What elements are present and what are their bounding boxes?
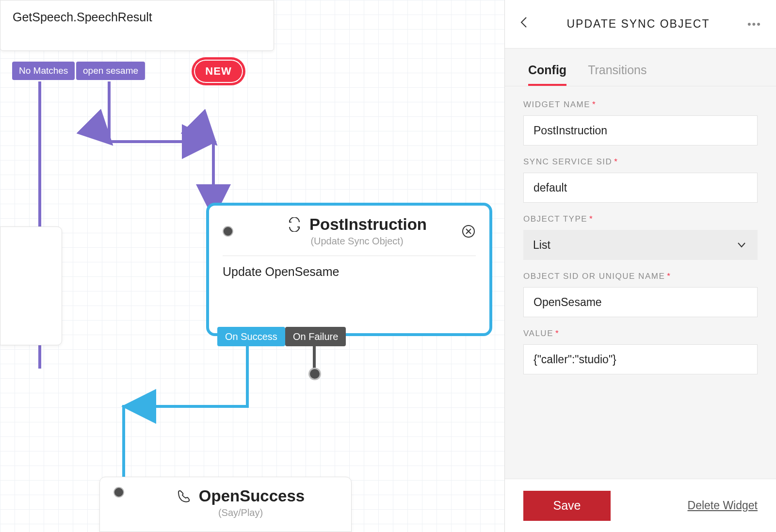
- input-sync-service-sid[interactable]: [523, 173, 758, 203]
- widget-body-text: Update OpenSesame: [209, 256, 489, 288]
- back-icon[interactable]: [519, 16, 529, 32]
- widget-subtitle: (Update Sync Object): [253, 236, 461, 247]
- label-value: VALUE*: [523, 329, 758, 339]
- config-panel: UPDATE SYNC OBJECT ••• Config Transition…: [504, 0, 776, 532]
- select-object-type-value: List: [533, 239, 550, 252]
- sync-icon: [287, 217, 302, 232]
- output-no-matches[interactable]: No Matches: [12, 62, 75, 80]
- partial-widget-left[interactable]: [0, 226, 62, 345]
- getspeech-widget[interactable]: GetSpeech.SpeechResult: [0, 0, 274, 51]
- input-port-icon[interactable]: [223, 226, 233, 237]
- more-icon[interactable]: •••: [747, 18, 761, 31]
- tab-transitions[interactable]: Transitions: [588, 63, 647, 86]
- delete-widget-link[interactable]: Delete Widget: [688, 499, 758, 512]
- tab-config[interactable]: Config: [528, 63, 566, 86]
- label-object-type: OBJECT TYPE*: [523, 214, 758, 224]
- output-on-success[interactable]: On Success: [217, 327, 285, 346]
- input-widget-name[interactable]: [523, 115, 758, 145]
- failure-port-icon[interactable]: [308, 368, 321, 380]
- output-open-sesame[interactable]: open sesame: [76, 62, 145, 80]
- label-object-sid: OBJECT SID OR UNIQUE NAME*: [523, 272, 758, 281]
- input-value[interactable]: [523, 344, 758, 374]
- chevron-down-icon: [736, 240, 747, 250]
- getspeech-label: GetSpeech.SpeechResult: [13, 10, 152, 24]
- input-port-icon[interactable]: [113, 487, 124, 498]
- flow-canvas[interactable]: GetSpeech.SpeechResult No Matches open s…: [0, 0, 504, 532]
- close-icon[interactable]: [461, 224, 476, 239]
- output-on-failure[interactable]: On Failure: [285, 327, 346, 346]
- input-object-sid[interactable]: [523, 287, 758, 317]
- widget-title: PostInstruction: [309, 215, 427, 234]
- new-badge[interactable]: NEW: [193, 59, 244, 84]
- widget-subtitle: (Say/Play): [144, 507, 338, 518]
- phone-icon: [177, 489, 191, 503]
- label-widget-name: WIDGET NAME*: [523, 100, 758, 110]
- label-sync-service-sid: SYNC SERVICE SID*: [523, 157, 758, 167]
- opensuccess-widget[interactable]: OpenSuccess (Say/Play): [99, 477, 352, 532]
- panel-title: UPDATE SYNC OBJECT: [529, 17, 747, 31]
- select-object-type[interactable]: List: [523, 230, 758, 260]
- postinstruction-widget[interactable]: PostInstruction (Update Sync Object) Upd…: [206, 203, 492, 336]
- widget-title: OpenSuccess: [199, 487, 305, 505]
- save-button[interactable]: Save: [523, 491, 611, 521]
- panel-tabs: Config Transitions: [505, 48, 776, 86]
